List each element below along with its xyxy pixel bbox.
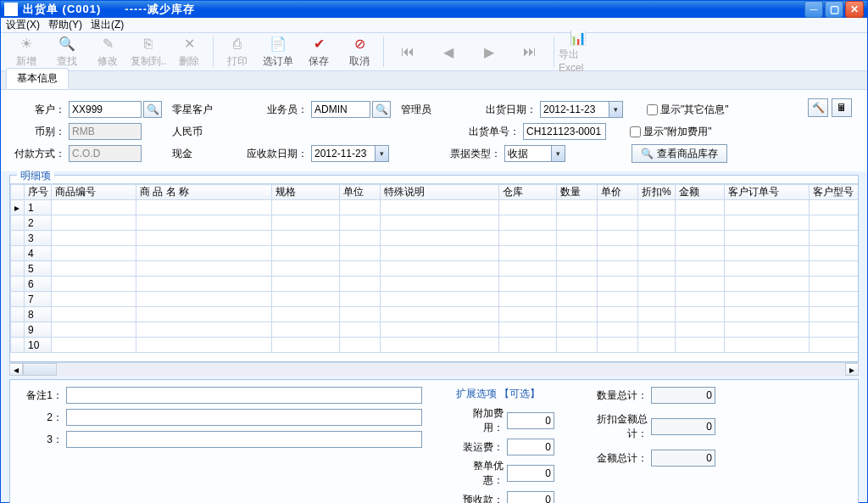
grid-cell[interactable] [136,292,272,307]
grid-cell[interactable] [499,261,557,277]
grid-cell[interactable] [676,215,725,231]
col-header[interactable]: 单价 [598,185,638,200]
grid-cell[interactable] [272,292,340,307]
grid-cell[interactable] [52,277,136,292]
grid-cell[interactable] [52,231,136,246]
row-marker[interactable] [11,338,25,353]
grid-cell[interactable] [136,322,272,338]
grid-cell[interactable] [676,307,725,322]
customer-input[interactable] [69,101,142,118]
scroll-right-button[interactable]: ▸ [845,363,859,376]
tool-edit[interactable]: ✎修改 [87,33,128,70]
grid-cell[interactable] [52,292,136,307]
grid-cell[interactable] [52,307,136,322]
row-marker[interactable] [11,215,25,231]
grid-cell[interactable] [272,322,340,338]
grid-cell[interactable] [557,200,598,215]
grid[interactable]: 序号商品编号商 品 名 称规格单位特殊说明仓库数量单价折扣%金额客户订单号客户型… [10,183,858,361]
grid-cell[interactable] [638,215,676,231]
show-other-checkbox[interactable] [647,104,658,115]
grid-cell[interactable] [810,307,859,322]
remark1-input[interactable] [66,387,422,404]
col-header[interactable]: 序号 [25,185,52,200]
row-marker[interactable] [11,277,25,292]
grid-cell[interactable] [638,338,676,353]
tool-find[interactable]: 🔍查找 [47,33,87,70]
row-marker[interactable] [11,246,25,261]
salesman-lookup-button[interactable]: 🔍 [372,101,391,118]
row-marker[interactable] [11,231,25,246]
grid-cell[interactable] [676,338,725,353]
grid-cell[interactable] [557,215,598,231]
grid-cell[interactable] [272,200,340,215]
grid-cell[interactable] [340,322,381,338]
grid-cell[interactable] [499,231,557,246]
grid-cell[interactable] [676,246,725,261]
grid-cell[interactable] [340,231,381,246]
grid-cell[interactable] [381,338,499,353]
grid-cell[interactable] [598,246,638,261]
grid-cell[interactable] [557,292,598,307]
grid-cell[interactable] [52,215,136,231]
grid-cell[interactable] [725,338,810,353]
grid-cell[interactable] [598,277,638,292]
show-extra-checkbox[interactable] [630,126,641,137]
tab-basic[interactable]: 基本信息 [6,68,69,89]
salesman-input[interactable] [311,101,370,118]
grid-cell[interactable] [381,307,499,322]
grid-cell[interactable] [136,215,272,231]
grid-cell[interactable] [557,338,598,353]
tool-cancel[interactable]: ⊘取消 [339,33,380,70]
grid-cell[interactable] [340,215,381,231]
minimize-button[interactable]: ─ [804,1,823,18]
grid-cell[interactable] [499,246,557,261]
grid-cell[interactable] [499,307,557,322]
grid-cell[interactable] [52,246,136,261]
horizontal-scrollbar[interactable]: ◂ ▸ [9,362,859,376]
ship-date-input[interactable] [540,101,609,118]
grid-cell[interactable] [499,200,557,215]
tool-delete[interactable]: ✕删除 [169,33,209,70]
menu-exit[interactable]: 退出(Z) [91,18,124,32]
grid-cell[interactable] [381,231,499,246]
grid-cell[interactable] [52,261,136,277]
grid-cell[interactable] [638,246,676,261]
grid-cell[interactable] [598,292,638,307]
grid-cell[interactable] [598,200,638,215]
tool-calc-button[interactable]: 🖩 [832,98,852,117]
grid-cell[interactable] [499,338,557,353]
grid-cell[interactable] [381,322,499,338]
grid-cell[interactable] [557,246,598,261]
tool-next[interactable]: ▶ [469,33,509,70]
grid-cell[interactable] [272,277,340,292]
menu-settings[interactable]: 设置(X) [6,18,40,32]
grid-cell[interactable] [725,246,810,261]
grid-cell[interactable] [598,261,638,277]
grid-cell[interactable] [638,322,676,338]
tool-add[interactable]: ☀新增 [6,33,47,70]
grid-cell[interactable] [499,322,557,338]
grid-cell[interactable] [340,246,381,261]
ship-fee-input[interactable] [507,439,554,455]
grid-cell[interactable] [725,322,810,338]
grid-cell[interactable] [557,261,598,277]
grid-cell[interactable] [381,215,499,231]
grid-cell[interactable] [810,215,859,231]
grid-cell[interactable] [272,215,340,231]
ship-date-dropdown[interactable]: ▾ [609,101,623,118]
tool-order[interactable]: 📄选订单 [258,33,298,70]
grid-cell[interactable] [136,246,272,261]
view-stock-button[interactable]: 🔍查看商品库存 [632,144,727,163]
grid-cell[interactable] [638,231,676,246]
row-marker[interactable] [11,307,25,322]
row-marker[interactable]: ▸ [11,200,25,215]
tool-last[interactable]: ⏭ [509,33,550,70]
grid-cell[interactable] [340,200,381,215]
grid-cell[interactable] [272,307,340,322]
col-header[interactable]: 折扣% [638,185,676,200]
grid-cell[interactable] [136,261,272,277]
tool-print[interactable]: ⎙打印 [217,33,258,70]
maximize-button[interactable]: ▢ [825,1,843,18]
grid-cell[interactable] [136,338,272,353]
prepay-input[interactable] [507,491,554,503]
